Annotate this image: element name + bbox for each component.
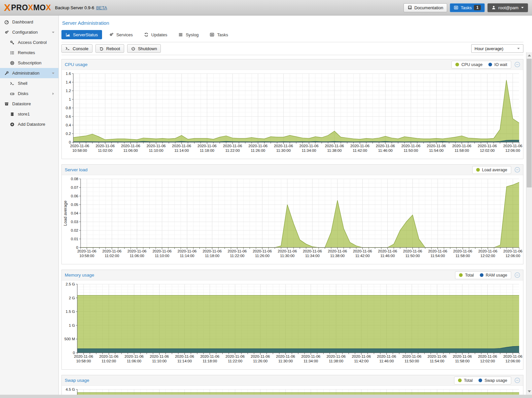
svg-text:11:02:00: 11:02:00: [105, 254, 119, 258]
legend-item-io-wait: IO wait: [488, 62, 507, 67]
sidebar-item-datastore[interactable]: Datastore: [0, 99, 58, 109]
svg-text:11:46:00: 11:46:00: [378, 149, 393, 152]
scrollbar-thumb[interactable]: [527, 59, 532, 187]
chart-title: Server load: [65, 167, 88, 172]
collapse-panel-icon[interactable]: [514, 272, 520, 278]
triangle-up-icon: [528, 54, 531, 56]
svg-text:12:06:00: 12:06:00: [506, 254, 520, 258]
svg-text:2020-11-06: 2020-11-06: [503, 249, 522, 253]
database-icon: [10, 112, 15, 116]
proxmox-x-mark-icon: X: [4, 3, 11, 13]
sidebar-item-add-datastore[interactable]: Add Datastore: [0, 119, 58, 129]
time-range-value: Hour (average): [475, 46, 503, 51]
chevron-right-icon: [51, 92, 56, 95]
svg-text:2020-11-06: 2020-11-06: [202, 249, 222, 253]
chart-title: Swap usage: [65, 378, 89, 383]
svg-text:2020-11-06: 2020-11-06: [226, 354, 245, 358]
tab-serverstatus[interactable]: ServerStatus: [61, 30, 102, 39]
svg-text:2020-11-06: 2020-11-06: [278, 249, 297, 253]
tab-services[interactable]: Services: [105, 30, 137, 39]
chart-svg-memory-usage: 0500 M1 G1.5 G2 G2.5 G2020-11-0610:58:00…: [62, 282, 522, 368]
legend-dot-icon: [455, 63, 459, 66]
chevron-down-icon: [51, 31, 56, 34]
chart-panel-header: Memory usageTotalRAM usage: [62, 270, 523, 281]
triangle-down-icon: [528, 390, 531, 392]
archive-icon: [4, 102, 9, 106]
sidebar-item-access-control[interactable]: Access Control: [0, 37, 58, 48]
svg-text:2020-11-06: 2020-11-06: [478, 144, 497, 148]
tasks-button[interactable]: Tasks 1: [450, 3, 485, 12]
plus-circle-icon: [10, 122, 15, 127]
svg-text:0.04: 0.04: [71, 211, 79, 215]
svg-text:10:58:00: 10:58:00: [72, 149, 87, 152]
chevron-down-icon: [51, 72, 56, 75]
refresh-icon: [144, 32, 149, 37]
svg-text:0.03: 0.03: [71, 220, 78, 224]
svg-text:11:06:00: 11:06:00: [124, 149, 138, 152]
svg-text:1.6: 1.6: [66, 72, 71, 76]
svg-text:11:54:00: 11:54:00: [429, 149, 443, 152]
tab-updates[interactable]: Updates: [140, 30, 171, 39]
svg-text:11:18:00: 11:18:00: [202, 359, 217, 363]
tab-tasks[interactable]: Tasks: [205, 30, 232, 39]
collapse-panel-icon[interactable]: [514, 167, 520, 173]
collapse-panel-icon[interactable]: [514, 378, 520, 383]
sidebar-item-configuration[interactable]: Configuration: [0, 27, 58, 37]
logo-text: X: [46, 3, 51, 12]
svg-text:11:50:00: 11:50:00: [404, 149, 418, 152]
scroll-down-button[interactable]: [526, 389, 532, 394]
svg-text:2020-11-06: 2020-11-06: [228, 249, 247, 253]
collapse-panel-icon[interactable]: [514, 62, 520, 67]
svg-text:11:10:00: 11:10:00: [152, 359, 167, 363]
sidebar-item-store1[interactable]: store1: [0, 109, 58, 119]
sidebar-item-subscription[interactable]: Subscription: [0, 58, 58, 68]
svg-text:2020-11-06: 2020-11-06: [353, 249, 372, 253]
sidebar-item-administration[interactable]: Administration: [0, 68, 58, 78]
svg-text:11:26:00: 11:26:00: [251, 149, 265, 152]
sidebar-item-shell[interactable]: Shell: [0, 78, 58, 88]
chevron-down-icon: [521, 6, 524, 9]
svg-text:1: 1: [69, 97, 71, 101]
svg-text:2020-11-06: 2020-11-06: [77, 249, 96, 253]
svg-text:11:42:00: 11:42:00: [354, 359, 369, 363]
svg-text:1.2: 1.2: [66, 89, 71, 93]
svg-text:10:58:00: 10:58:00: [76, 359, 91, 363]
svg-text:11:34:00: 11:34:00: [303, 359, 318, 363]
tab-syslog[interactable]: Syslog: [174, 30, 203, 39]
tab-label: Services: [116, 32, 133, 37]
shutdown-button[interactable]: Shutdown: [127, 44, 161, 53]
chart-legend: TotalRAM usage: [455, 271, 511, 279]
svg-text:2020-11-06: 2020-11-06: [401, 144, 420, 148]
sidebar-item-label: Shell: [18, 81, 27, 86]
time-range-select[interactable]: Hour (average): [471, 44, 523, 53]
legend-label: Total: [465, 273, 474, 278]
svg-text:1.5 G: 1.5 G: [66, 310, 75, 314]
chart-panel-header: Swap usageTotalSwap usage: [62, 375, 523, 386]
list-alt-icon: [210, 32, 214, 37]
console-button[interactable]: Console: [61, 44, 92, 53]
svg-text:2 G: 2 G: [69, 296, 75, 300]
sidebar-item-disks[interactable]: Disks: [0, 88, 58, 99]
svg-text:11:42:00: 11:42:00: [355, 254, 370, 258]
svg-text:0.01: 0.01: [71, 237, 78, 241]
tasks-list-icon: [454, 5, 458, 10]
legend-label: Load average: [482, 168, 507, 172]
svg-text:11:14:00: 11:14:00: [174, 149, 189, 152]
legend-dot-icon: [476, 168, 480, 172]
svg-text:11:02:00: 11:02:00: [98, 149, 112, 152]
sidebar-item-dashboard[interactable]: Dashboard: [0, 17, 58, 27]
svg-text:2020-11-06: 2020-11-06: [303, 249, 322, 253]
reboot-button[interactable]: Reboot: [95, 44, 124, 53]
svg-text:0.4: 0.4: [66, 123, 71, 127]
user-menu-button[interactable]: root@pam: [487, 3, 528, 12]
sidebar-item-remotes[interactable]: Remotes: [0, 48, 58, 58]
svg-text:2020-11-06: 2020-11-06: [276, 354, 295, 358]
vertical-scrollbar[interactable]: [526, 52, 532, 395]
documentation-button[interactable]: Documentation: [404, 3, 447, 12]
beta-link[interactable]: BETA: [96, 5, 107, 10]
scroll-up-button[interactable]: [526, 53, 532, 58]
svg-text:11:30:00: 11:30:00: [278, 359, 293, 363]
chart-svg-server-load: 00.010.020.030.040.050.060.070.082020-11…: [62, 176, 522, 263]
sidebar-item-label: Add Datastore: [18, 122, 45, 127]
svg-text:2020-11-06: 2020-11-06: [453, 354, 472, 358]
